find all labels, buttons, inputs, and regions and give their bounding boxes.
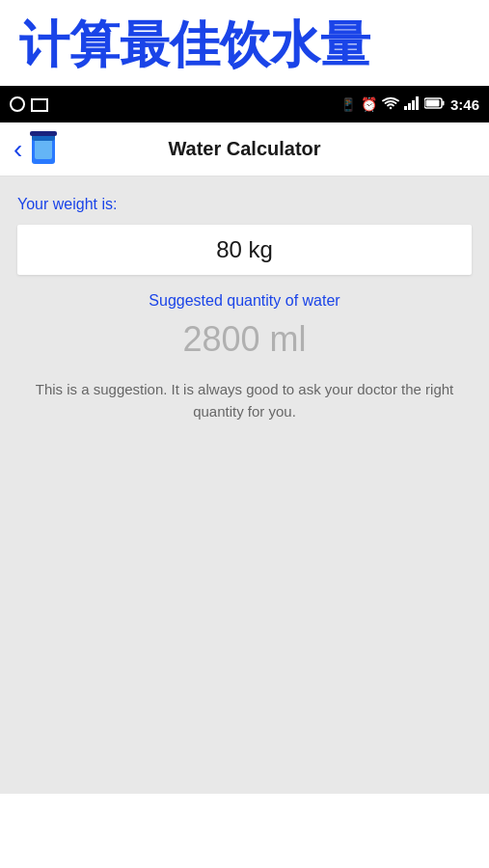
status-bar: 📱 ⏰ <box>0 86 489 122</box>
record-icon <box>10 96 25 112</box>
chinese-title-area: 计算最佳饮水量 <box>0 0 489 86</box>
weight-label: Your weight is: <box>17 196 472 213</box>
time-display: 3:46 <box>450 96 479 113</box>
image-icon <box>31 98 48 112</box>
svg-rect-0 <box>404 106 407 110</box>
water-amount-value: 2800 ml <box>17 319 472 360</box>
battery-icon <box>424 96 446 112</box>
wifi-icon <box>382 96 399 113</box>
status-bar-right-icons: 📱 ⏰ <box>340 96 479 113</box>
main-content: Your weight is: 80 kg Suggested quantity… <box>0 176 489 794</box>
back-button[interactable]: ‹ <box>14 136 22 163</box>
weight-input-box[interactable]: 80 kg <box>17 225 472 275</box>
chinese-title: 计算最佳饮水量 <box>19 17 470 72</box>
svg-rect-3 <box>416 96 419 110</box>
alarm-icon: ⏰ <box>361 96 377 112</box>
svg-rect-5 <box>442 101 444 106</box>
signal-icon <box>404 96 420 113</box>
svg-rect-2 <box>412 100 415 110</box>
svg-rect-1 <box>408 103 411 110</box>
nav-title: Water Calculator <box>168 138 320 160</box>
svg-rect-6 <box>425 100 439 107</box>
suggested-quantity-label: Suggested quantity of water <box>17 292 472 310</box>
svg-rect-10 <box>30 131 57 136</box>
suggestion-note: This is a suggestion. It is always good … <box>17 379 472 422</box>
weight-value: 80 kg <box>216 236 273 263</box>
nav-bar: ‹ Water Calculator <box>0 122 489 176</box>
water-cup-icon <box>28 131 59 168</box>
phone-icon: 📱 <box>340 97 356 112</box>
status-bar-left-icons <box>10 96 48 112</box>
